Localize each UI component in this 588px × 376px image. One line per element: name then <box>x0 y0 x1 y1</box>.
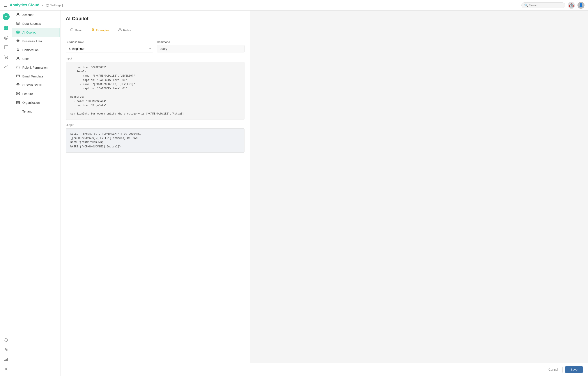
emailtemplate-icon <box>16 74 20 78</box>
sidebar-item-customsmtp[interactable]: Custom SMTP <box>12 81 60 89</box>
business-role-label: Business Role <box>66 40 153 44</box>
svg-point-10 <box>5 58 6 59</box>
tenant-label: Tenant <box>22 110 32 113</box>
sidebar-item-aicopilot[interactable]: AI Copilot <box>12 28 60 37</box>
svg-point-34 <box>18 41 18 42</box>
rolepermission-label: Role & Permission <box>22 66 48 69</box>
command-value: query <box>157 45 244 52</box>
tenant-icon <box>16 109 20 114</box>
rail-dashboard[interactable] <box>2 24 10 33</box>
svg-rect-19 <box>5 360 6 361</box>
svg-rect-20 <box>6 359 7 361</box>
input-code-block[interactable]: caption: "CATEGORY" levels: - name: "[/C… <box>66 62 244 120</box>
tab-examples[interactable]: Examples <box>87 26 114 35</box>
gear-icon[interactable] <box>2 365 10 373</box>
rail-cart[interactable] <box>2 53 10 61</box>
user-avatar[interactable]: 👤 <box>578 2 585 9</box>
customsmtp-icon <box>16 83 20 87</box>
svg-rect-27 <box>16 31 20 33</box>
tab-basic[interactable]: Basic <box>66 26 87 35</box>
svg-rect-49 <box>16 103 20 104</box>
output-code-block[interactable]: SELECT {[Measures].[/CPMB/SDATA]} ON COL… <box>66 128 244 153</box>
svg-point-28 <box>17 32 18 33</box>
svg-point-6 <box>5 37 7 39</box>
sidebar-item-organization[interactable]: Organization <box>12 98 60 107</box>
svg-rect-30 <box>18 31 18 31</box>
back-button[interactable]: ‹ <box>42 3 43 7</box>
sidebar-item-user[interactable]: User <box>12 55 60 63</box>
rail-analytics[interactable] <box>2 33 10 42</box>
sidebar-item-certification[interactable]: Certification <box>12 46 60 55</box>
business-role-select[interactable]: BI Engineer Data Analyst Manager Executi… <box>66 45 153 52</box>
app-logo: Analytics Cloud <box>10 3 39 8</box>
svg-rect-47 <box>16 101 20 101</box>
svg-point-42 <box>18 84 18 85</box>
feature-label: Feature <box>22 92 33 96</box>
svg-point-31 <box>17 40 18 41</box>
sidebar-item-account[interactable]: Account <box>12 11 60 19</box>
svg-point-58 <box>119 29 120 30</box>
command-label: Command <box>157 40 244 44</box>
user-icon <box>16 57 20 61</box>
save-button[interactable]: Save <box>565 366 583 373</box>
svg-rect-1 <box>4 26 6 28</box>
output-label: Output <box>66 123 244 127</box>
sidebar-item-businessarea[interactable]: Business Area <box>12 37 60 46</box>
aicopilot-icon <box>16 30 20 35</box>
hamburger-icon[interactable]: ☰ <box>3 3 7 8</box>
search-icon: 🔍 <box>524 3 528 7</box>
sidebar-item-feature[interactable]: Feature <box>12 89 60 98</box>
svg-point-41 <box>17 83 19 86</box>
svg-point-39 <box>18 66 19 67</box>
account-icon <box>16 13 20 17</box>
svg-rect-46 <box>18 94 20 95</box>
settings-icon <box>46 3 49 7</box>
certification-icon <box>16 48 20 52</box>
tabs: Basic Examples Roles <box>66 26 244 35</box>
sidebar-item-datasources[interactable]: Data Sources <box>12 19 60 28</box>
svg-rect-25 <box>17 23 19 24</box>
sidebar: Account Data Sources AI Copilot Business… <box>12 11 61 376</box>
input-label: Input <box>66 57 244 60</box>
svg-point-56 <box>92 29 94 30</box>
sidebar-item-rolepermission[interactable]: Role & Permission <box>12 63 60 72</box>
svg-point-29 <box>18 32 19 33</box>
cancel-button[interactable]: Cancel <box>544 366 563 373</box>
svg-rect-24 <box>17 22 19 23</box>
page-title: AI Copilot <box>66 16 244 22</box>
svg-rect-45 <box>16 94 18 95</box>
rail-trends[interactable] <box>2 62 10 71</box>
search-bar[interactable]: 🔍 <box>521 2 565 8</box>
notifications-icon[interactable] <box>2 336 10 344</box>
add-button[interactable]: + <box>3 13 10 20</box>
output-section: Output SELECT {[Measures].[/CPMB/SDATA]}… <box>66 123 244 153</box>
business-role-select-wrapper: BI Engineer Data Analyst Manager Executi… <box>66 45 153 52</box>
robot-icon[interactable]: 🤖 <box>568 2 575 9</box>
signal-icon[interactable] <box>2 355 10 364</box>
svg-rect-2 <box>6 26 8 28</box>
search-input[interactable] <box>529 3 562 7</box>
svg-point-38 <box>17 66 18 67</box>
svg-point-22 <box>5 368 7 370</box>
tab-roles[interactable]: Roles <box>114 26 135 35</box>
account-label: Account <box>22 13 33 17</box>
businessarea-icon <box>16 39 20 44</box>
svg-point-33 <box>18 40 18 40</box>
svg-rect-26 <box>17 24 19 24</box>
rail-grid[interactable] <box>2 43 10 52</box>
svg-point-32 <box>18 40 19 41</box>
datasources-icon <box>16 22 20 26</box>
icon-rail: + <box>0 11 12 376</box>
equalizer-icon[interactable] <box>2 345 10 354</box>
rolepermission-icon <box>16 65 20 70</box>
svg-rect-4 <box>6 28 8 30</box>
svg-point-23 <box>17 13 19 14</box>
sidebar-item-emailtemplate[interactable]: Email Template <box>12 72 60 81</box>
sidebar-item-tenant[interactable]: Tenant <box>12 107 60 116</box>
business-role-group: Business Role BI Engineer Data Analyst M… <box>66 40 153 52</box>
svg-point-5 <box>4 36 8 40</box>
svg-point-55 <box>72 31 72 31</box>
emailtemplate-label: Email Template <box>22 75 43 78</box>
feature-icon <box>16 92 20 96</box>
svg-point-11 <box>7 58 8 59</box>
